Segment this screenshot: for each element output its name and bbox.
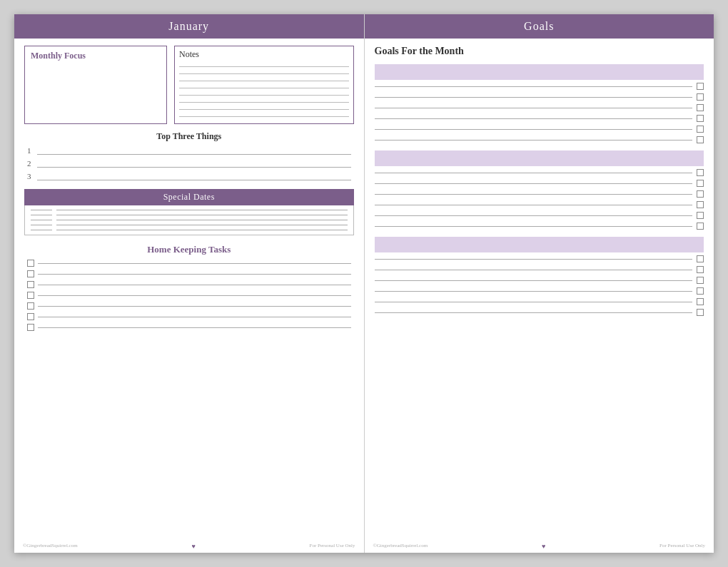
checkbox[interactable] xyxy=(697,93,704,101)
notes-title: Notes xyxy=(179,49,349,60)
list-item xyxy=(375,83,704,90)
left-page: January Monthly Focus Notes xyxy=(14,14,365,553)
list-item xyxy=(375,298,704,305)
checkbox[interactable] xyxy=(27,292,34,299)
checkbox[interactable] xyxy=(27,270,34,277)
list-item xyxy=(375,104,704,111)
checkbox[interactable] xyxy=(27,313,34,320)
checkbox[interactable] xyxy=(697,180,704,187)
list-item xyxy=(27,260,351,267)
footer-right: For Personal Use Only xyxy=(310,543,355,550)
home-keeping-title: Home Keeping Tasks xyxy=(24,244,354,255)
heart-icon: ♥ xyxy=(542,543,545,550)
list-item xyxy=(375,180,704,187)
list-item xyxy=(375,255,704,262)
right-footer: ©GingerbreadSquirrel.com ♥ For Personal … xyxy=(365,540,714,553)
list-item xyxy=(375,169,704,176)
list-item xyxy=(31,230,348,230)
top-row: Monthly Focus Notes xyxy=(24,46,354,124)
special-dates-header: Special Dates xyxy=(24,189,354,205)
goal-rows xyxy=(375,169,704,230)
list-item xyxy=(375,93,704,101)
checkbox[interactable] xyxy=(697,309,704,316)
right-page-content: Goals For the Month xyxy=(365,39,714,540)
left-footer: ©GingerbreadSquirrel.com ♥ For Personal … xyxy=(14,540,364,553)
right-page-header: Goals xyxy=(365,14,714,39)
special-dates-box xyxy=(24,205,354,235)
footer-left: ©GingerbreadSquirrel.com xyxy=(373,543,428,550)
numbered-lines: 1 2 3 xyxy=(24,146,354,180)
goal-rows xyxy=(375,255,704,316)
list-item: 3 xyxy=(27,172,351,180)
top-three-title: Top Three Things xyxy=(24,131,354,142)
checkbox[interactable] xyxy=(27,281,34,288)
goal-group-3 xyxy=(375,237,704,316)
checkbox[interactable] xyxy=(697,126,704,133)
goal-group-header xyxy=(375,150,704,166)
list-item xyxy=(31,215,348,215)
checkbox[interactable] xyxy=(27,324,34,331)
list-item: 2 xyxy=(27,159,351,168)
goal-group-2 xyxy=(375,150,704,230)
checkbox[interactable] xyxy=(697,83,704,90)
notes-box: Notes xyxy=(174,46,354,124)
list-item xyxy=(27,270,351,277)
list-item xyxy=(31,210,348,210)
footer-right: For Personal Use Only xyxy=(659,543,705,550)
list-item xyxy=(375,212,704,219)
list-item xyxy=(375,287,704,295)
left-page-content: Monthly Focus Notes Top Three Things 1 xyxy=(14,39,364,540)
list-item xyxy=(375,190,704,198)
list-item xyxy=(375,266,704,273)
checkbox[interactable] xyxy=(27,302,34,310)
checkbox[interactable] xyxy=(697,287,704,295)
list-item xyxy=(375,309,704,316)
checkbox[interactable] xyxy=(697,115,704,122)
checkbox[interactable] xyxy=(697,104,704,111)
list-item xyxy=(27,313,351,320)
checkbox[interactable] xyxy=(697,169,704,176)
checkbox[interactable] xyxy=(697,223,704,230)
list-item xyxy=(27,292,351,299)
list-item xyxy=(375,201,704,208)
home-keeping-section: Home Keeping Tasks xyxy=(24,244,354,331)
list-item xyxy=(31,220,348,220)
checkbox[interactable] xyxy=(697,266,704,273)
checkbox[interactable] xyxy=(697,298,704,305)
checkbox[interactable] xyxy=(697,201,704,208)
checkbox-lines xyxy=(24,260,354,331)
list-item xyxy=(27,324,351,331)
notes-lines xyxy=(179,63,349,121)
right-page: Goals Goals For the Month xyxy=(365,14,714,553)
checkbox[interactable] xyxy=(697,277,704,284)
monthly-focus-title: Monthly Focus xyxy=(31,51,161,61)
checkbox[interactable] xyxy=(697,136,704,143)
goal-rows xyxy=(375,83,704,143)
list-item xyxy=(375,223,704,230)
list-item: 1 xyxy=(27,146,351,155)
checkbox[interactable] xyxy=(27,260,34,267)
list-item xyxy=(375,126,704,133)
checkbox[interactable] xyxy=(697,212,704,219)
list-item xyxy=(375,115,704,122)
checkbox[interactable] xyxy=(697,255,704,262)
checkbox[interactable] xyxy=(697,190,704,198)
top-three-section: Top Three Things 1 2 3 xyxy=(24,131,354,180)
goal-group-header xyxy=(375,64,704,80)
monthly-focus-box: Monthly Focus xyxy=(24,46,167,124)
heart-icon: ♥ xyxy=(191,543,195,550)
footer-left: ©GingerbreadSquirrel.com xyxy=(23,543,78,550)
list-item xyxy=(31,225,348,225)
list-item xyxy=(27,281,351,288)
list-item xyxy=(27,302,351,310)
left-page-header: January xyxy=(14,14,364,39)
goal-group-1 xyxy=(375,64,704,143)
special-dates-section: Special Dates xyxy=(24,189,354,235)
goal-group-header xyxy=(375,237,704,252)
list-item xyxy=(375,277,704,284)
list-item xyxy=(375,136,704,143)
goals-month-title: Goals For the Month xyxy=(375,46,704,57)
